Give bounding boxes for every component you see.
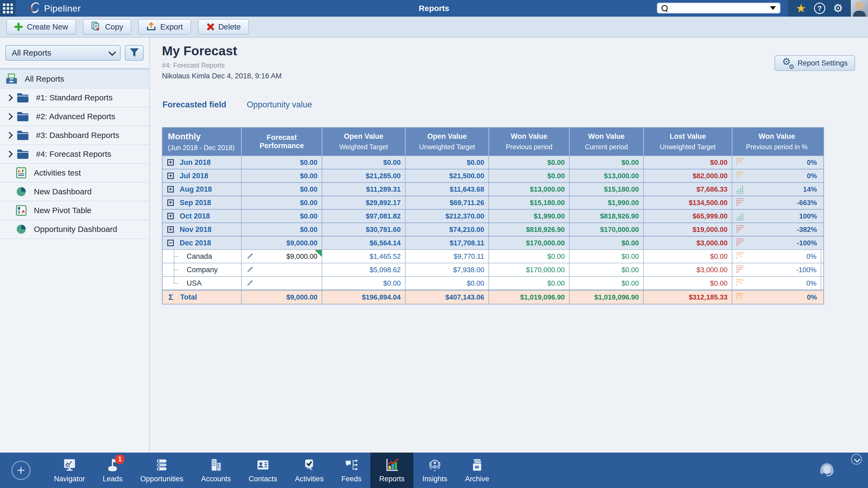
table-row-sep-2018[interactable]: +Sep 2018$0.00$29,892.17$69,711.26$15,18…	[162, 196, 824, 209]
global-search[interactable]	[657, 3, 780, 13]
support-headset-icon[interactable]	[818, 460, 836, 478]
nav-item-archive[interactable]: Archive	[456, 453, 498, 488]
cell-wvc: $0.00	[569, 250, 644, 263]
report-main: My Forecast #4: Forecast Reports Nikolau…	[150, 38, 868, 453]
pie-chart-icon	[16, 224, 27, 235]
table-row-dec-2018[interactable]: −Dec 2018$9,000.00$6,564.14$17,708.11$17…	[162, 236, 824, 249]
quick-add-button[interactable]: +	[11, 461, 31, 480]
pipeliner-logo: Pipeliner	[28, 2, 81, 15]
forecast-table: Monthly(Jun 2018 - Dec 2018)Forecast Per…	[162, 127, 824, 304]
expand-chevron-icon[interactable]	[6, 113, 12, 120]
settings-gear-icon[interactable]: ⚙	[833, 3, 843, 14]
column-header-monthly-jun-2018-dec-2018: Monthly(Jun 2018 - Dec 2018)	[162, 128, 242, 155]
cell-wvp: $13,000.00	[489, 183, 569, 196]
nav-item-accounts[interactable]: Accounts	[192, 453, 240, 488]
copy-button[interactable]: Copy	[83, 19, 131, 35]
app-launcher-button[interactable]	[0, 0, 16, 17]
help-icon[interactable]: ?	[814, 3, 825, 14]
cell-wvc: $170,000.00	[569, 223, 644, 236]
table-row-total[interactable]: ΣTotal$9,000.00$196,894.04$407,143.06$1,…	[162, 290, 824, 304]
collapse-chevron-button[interactable]	[851, 454, 862, 465]
table-row-jun-2018[interactable]: +Jun 2018$0.00$0.00$0.00$0.00$0.00$0.000…	[162, 155, 824, 169]
table-row-usa[interactable]: USA$0.00$0.00$0.00$0.00$0.000%	[162, 276, 824, 290]
sidebar-item-label: Opportunity Dashboard	[34, 225, 117, 234]
reports-scope-dropdown[interactable]: All Reports	[5, 45, 121, 61]
nav-item-reports[interactable]: Reports	[370, 453, 413, 488]
sidebar-item-activities-test[interactable]: Activities test	[0, 164, 149, 183]
table-row-oct-2018[interactable]: +Oct 2018$0.00$97,081.82$212,370.00$1,99…	[162, 209, 824, 223]
table-row-aug-2018[interactable]: +Aug 2018$0.00$11,289.31$11,643.68$13,00…	[162, 182, 824, 196]
cell-period: +Oct 2018	[162, 209, 242, 223]
cell-period: ΣTotal	[162, 290, 242, 304]
nav-item-label: Feeds	[341, 475, 362, 483]
table-row-company[interactable]: Company$5,098.62$7,938.00$170,000.00$0.0…	[162, 263, 824, 276]
sidebar-item-1-standard-reports[interactable]: #1: Standard Reports	[0, 89, 149, 107]
collapse-box-icon[interactable]: −	[167, 240, 174, 246]
tab-opportunity-value[interactable]: Opportunity value	[247, 100, 312, 109]
edit-pencil-icon[interactable]	[246, 253, 253, 260]
sidebar-item-2-advanced-reports[interactable]: #2: Advanced Reports	[0, 107, 149, 126]
nav-item-label: Accounts	[201, 475, 231, 483]
nav-item-contacts[interactable]: Contacts	[240, 453, 286, 488]
favorites-star-icon[interactable]: ★	[796, 2, 806, 14]
sidebar-item-all-reports[interactable]: All Reports	[0, 70, 149, 89]
cell-lv: $3,000.00	[644, 236, 733, 249]
nav-item-opportunities[interactable]: Opportunities	[131, 453, 192, 488]
tab-forecasted-field[interactable]: Forecasted field	[162, 100, 226, 109]
sidebar-item-new-dashboard[interactable]: New Dashboard	[0, 183, 149, 201]
sidebar-item-opportunity-dashboard[interactable]: Opportunity Dashboard	[0, 220, 149, 239]
filter-button[interactable]	[125, 45, 144, 61]
nav-item-leads[interactable]: 1Leads	[94, 453, 132, 488]
edit-pencil-icon[interactable]	[246, 280, 253, 287]
pivot-table-icon	[16, 205, 27, 216]
expand-box-icon[interactable]: +	[167, 159, 174, 166]
search-dropdown-caret-icon[interactable]	[770, 6, 776, 10]
cell-pct: -100%	[733, 263, 821, 276]
sidebar-item-3-dashboard-reports[interactable]: #3: Dashboard Reports	[0, 126, 149, 145]
folder-icon	[17, 149, 29, 159]
expand-chevron-icon[interactable]	[6, 151, 12, 157]
delete-button[interactable]: Delete	[198, 19, 249, 35]
cell-wvc: $0.00	[569, 277, 644, 290]
column-header-open-value-weighted-target: Open ValueWeighted Target	[322, 128, 406, 155]
nav-item-navigator[interactable]: Navigator	[45, 453, 94, 488]
expand-chevron-icon[interactable]	[6, 132, 12, 138]
cell-wvp: $1,990.00	[489, 209, 569, 223]
search-input[interactable]	[671, 4, 770, 12]
create-new-button[interactable]: Create New	[6, 19, 76, 35]
sidebar-item-label: Activities test	[34, 168, 81, 177]
report-settings-button[interactable]: ⚙⚙ Report Settings	[775, 55, 855, 71]
edit-pencil-icon[interactable]	[246, 266, 253, 273]
column-header-lost-value-unweighted-target: Lost ValueUnweighted Target	[644, 128, 733, 155]
nav-item-activities[interactable]: Activities	[286, 453, 333, 488]
export-button[interactable]: Export	[138, 19, 191, 35]
table-row-jul-2018[interactable]: +Jul 2018$0.00$21,285.00$21,500.00$0.00$…	[162, 169, 824, 182]
cell-period: Company	[162, 263, 242, 276]
funnel-icon	[130, 48, 139, 58]
cell-ovw: $6,564.14	[322, 236, 406, 249]
expand-box-icon[interactable]: +	[167, 186, 174, 192]
expand-box-icon[interactable]: +	[167, 172, 174, 179]
nav-item-insights[interactable]: Insights	[413, 453, 456, 488]
expand-box-icon[interactable]: +	[167, 199, 174, 206]
feeds-icon	[344, 458, 359, 472]
cell-wvp: $0.00	[489, 156, 569, 169]
expand-box-icon[interactable]: +	[167, 226, 174, 233]
cell-ovu: $21,500.00	[406, 169, 489, 182]
table-row-canada[interactable]: Canada$9,000.00$1,465.52$9,770.11$0.00$0…	[162, 249, 824, 263]
cell-lv: $0.00	[644, 277, 733, 290]
expand-box-icon[interactable]: +	[167, 213, 174, 219]
nav-item-feeds[interactable]: Feeds	[333, 453, 370, 488]
user-avatar[interactable]	[851, 0, 868, 17]
cell-lv: $312,185.33	[644, 290, 733, 304]
sidebar-item-new-pivot-table[interactable]: New Pivot Table	[0, 201, 149, 220]
cell-fp: $0.00	[242, 223, 322, 236]
sidebar-item-4-forecast-reports[interactable]: #4: Forecast Reports	[0, 145, 149, 164]
nav-item-label: Contacts	[249, 475, 277, 483]
cell-pct: -100%	[733, 236, 821, 249]
cell-fp: $9,000.00	[242, 236, 322, 249]
expand-chevron-icon[interactable]	[6, 94, 12, 101]
cell-wvp: $15,180.00	[489, 196, 569, 209]
table-row-nov-2018[interactable]: +Nov 2018$0.00$30,781.60$74,210.00$818,9…	[162, 223, 824, 236]
cell-pct: 0%	[733, 290, 821, 304]
